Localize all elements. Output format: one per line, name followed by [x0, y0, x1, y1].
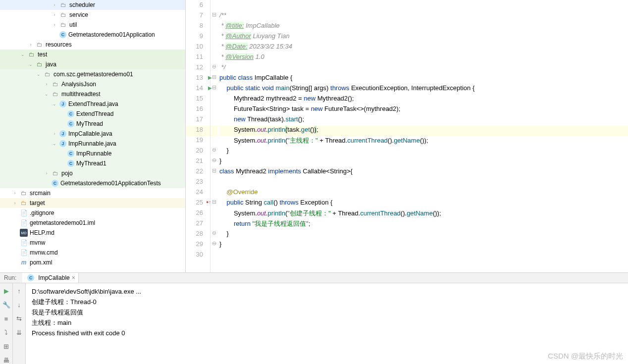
tree-label: pojo: [61, 170, 73, 177]
tree-item-resources[interactable]: ›🗀resources: [0, 40, 185, 50]
java-icon: J: [59, 140, 66, 147]
close-icon[interactable]: ×: [72, 274, 75, 281]
tree-label: AnalysisJson: [61, 81, 96, 88]
tree-item-service[interactable]: ›🗀service: [0, 10, 185, 20]
run-output[interactable]: D:\software\devSoft\jdk\bin\java.exe ...…: [26, 283, 628, 364]
class-icon: C: [67, 150, 74, 157]
tree-label: MyThread: [76, 120, 103, 127]
folder-icon: 🗀: [59, 21, 67, 29]
scroll-icon[interactable]: ⇊: [15, 328, 24, 337]
tree-label: HELP.md: [30, 229, 54, 236]
tree-item-target[interactable]: ›🗀target: [0, 198, 185, 208]
tree-label: multithreadtest: [61, 91, 101, 98]
tree-item-extendthread-java[interactable]: ⌄JExtendThread.java: [0, 99, 185, 109]
rerun-icon[interactable]: ▶: [2, 286, 11, 295]
tree-item-mvnwcmd[interactable]: 📄mvnw.cmd: [0, 248, 185, 258]
project-tree[interactable]: ›🗀scheduler ›🗀service ›🗀util CGetmetasto…: [0, 0, 186, 272]
tree-label: ExtendThread.java: [68, 101, 118, 107]
output-line: Process finished with exit code 0: [32, 328, 622, 338]
tree-item-extendthread[interactable]: CExtendThread: [0, 109, 185, 119]
dump-icon[interactable]: ⤵: [2, 328, 11, 337]
tree-item-srcmain[interactable]: ›🗀srcmain: [0, 188, 185, 198]
tree-label: ImpRunnable: [76, 150, 111, 157]
tree-item-helpmd[interactable]: MDHELP.md: [0, 228, 185, 238]
tree-label: .gitignore: [30, 209, 54, 216]
java-icon: J: [59, 101, 66, 107]
tree-label: Getmetastoredemo01Application: [68, 31, 155, 38]
java-icon: J: [59, 130, 66, 137]
tree-label: srcmain: [30, 190, 51, 197]
folder-icon: 🗀: [20, 199, 28, 207]
package-icon: 🗀: [52, 90, 59, 98]
tree-item-iml[interactable]: 📄getmetastoredemo01.iml: [0, 218, 185, 228]
tree-label: mvnw.cmd: [30, 249, 58, 256]
stop-icon[interactable]: ■: [2, 314, 11, 323]
tree-label: service: [69, 11, 88, 18]
run-toolbar-secondary: ↑ ↓ ⇆ ⇊: [13, 283, 26, 364]
file-icon: 📄: [20, 249, 28, 257]
settings-icon[interactable]: 🔧: [2, 300, 11, 309]
tree-item-apptests[interactable]: CGetmetastoredemo01ApplicationTests: [0, 178, 185, 188]
tree-item-java[interactable]: ⌄🗀java: [0, 59, 185, 69]
tree-label: java: [46, 61, 56, 68]
run-panel: Run: C ImpCallable × ▶ 🔧 ■ ⤵ ⊞ 🖶 🗑 ↑ ↓ ⇆…: [0, 272, 628, 364]
file-icon: 📄: [20, 209, 28, 217]
tree-item-mythread[interactable]: CMyThread: [0, 119, 185, 129]
tree-label: Getmetastoredemo01ApplicationTests: [60, 180, 161, 187]
run-label: Run:: [4, 274, 16, 281]
tree-label: scheduler: [69, 1, 95, 8]
folder-icon: 🗀: [59, 11, 67, 19]
watermark: CSDN @最快乐的时光: [548, 352, 623, 361]
tree-label: util: [69, 21, 77, 28]
code-editor[interactable]: 6 7 8 9 10 11 12 13▶ 14▶ 15 16 17 18 19 …: [186, 0, 628, 272]
down-icon[interactable]: ↓: [15, 300, 24, 309]
class-icon: C: [67, 110, 74, 117]
tree-label: ImpCallable.java: [68, 130, 112, 137]
tree-item-imprunnable[interactable]: CImpRunnable: [0, 149, 185, 158]
folder-icon: 🗀: [28, 51, 36, 58]
tree-item-package[interactable]: ⌄🗀com.szc.getmetastoredemo01: [0, 69, 185, 79]
xml-icon: m: [20, 259, 28, 266]
class-icon: C: [67, 160, 74, 167]
tree-item-test[interactable]: ⌄🗀test: [0, 50, 185, 59]
run-gutter-icon[interactable]: ▶: [208, 85, 212, 91]
tree-label: target: [30, 200, 45, 207]
tree-item-gitignore[interactable]: 📄.gitignore: [0, 208, 185, 218]
file-icon: 📄: [20, 219, 28, 227]
layout-icon[interactable]: ⊞: [2, 342, 11, 351]
tree-item-mythread1[interactable]: CMyThread1: [0, 158, 185, 168]
tree-item-app[interactable]: CGetmetastoredemo01Application: [0, 30, 185, 40]
fold-column[interactable]: ⊟ ⊖ ⊟ ⊟ ⊖ ⊖ ⊟ ⊟ ⊖ ⊖: [210, 0, 217, 272]
tree-label: test: [38, 51, 47, 58]
tree-item-util[interactable]: ›🗀util: [0, 20, 185, 30]
tree-label: getmetastoredemo01.iml: [30, 219, 95, 226]
package-icon: 🗀: [52, 80, 59, 88]
folder-icon: 🗀: [36, 60, 44, 68]
tree-item-imprunnable-java[interactable]: ⌄JImpRunnable.java: [0, 139, 185, 149]
tree-label: mvnw: [30, 239, 45, 246]
tree-item-scheduler[interactable]: ›🗀scheduler: [0, 0, 185, 10]
class-icon: C: [27, 274, 34, 281]
tree-item-multithreadtest[interactable]: ⌄🗀multithreadtest: [0, 89, 185, 99]
up-icon[interactable]: ↑: [15, 286, 24, 295]
tree-label: pom.xml: [30, 259, 52, 266]
tree-label: ExtendThread: [76, 110, 113, 117]
code-content[interactable]: /** * @title: ImpCallable * @Author Liuy…: [217, 0, 628, 272]
md-icon: MD: [20, 229, 28, 237]
run-tab[interactable]: C ImpCallable ×: [22, 273, 78, 283]
override-gutter-icon[interactable]: ●↑: [206, 200, 211, 205]
package-icon: 🗀: [44, 70, 52, 78]
wrap-icon[interactable]: ⇆: [15, 314, 24, 323]
tree-item-pojo[interactable]: ›🗀pojo: [0, 168, 185, 178]
tree-label: com.szc.getmetastoredemo01: [53, 71, 133, 78]
run-gutter-icon[interactable]: ▶: [208, 75, 212, 80]
print-icon[interactable]: 🖶: [2, 356, 11, 364]
run-header: Run: C ImpCallable ×: [0, 273, 628, 283]
tree-item-analysisjson[interactable]: ›🗀AnalysisJson: [0, 79, 185, 89]
folder-icon: 🗀: [59, 1, 67, 9]
package-icon: 🗀: [52, 169, 59, 177]
tree-item-mvnw[interactable]: 📄mvnw: [0, 238, 185, 248]
class-icon: C: [59, 31, 66, 38]
tree-item-pomxml[interactable]: mpom.xml: [0, 258, 185, 267]
tree-item-impcallable-java[interactable]: ›JImpCallable.java: [0, 129, 185, 139]
